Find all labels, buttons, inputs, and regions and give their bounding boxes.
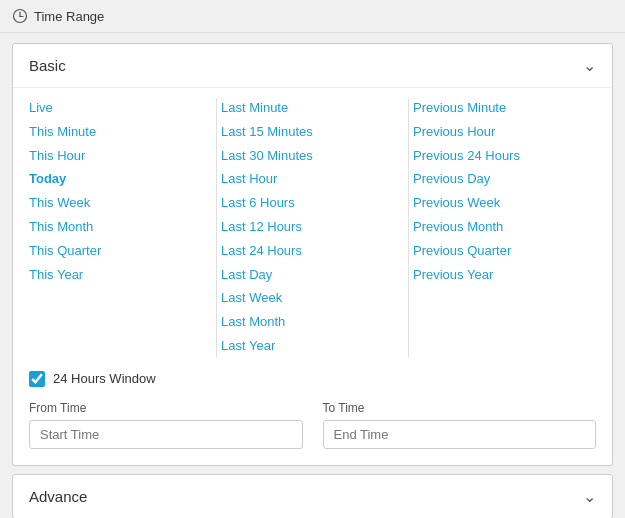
time-link-this-month[interactable]: This Month [29,217,202,238]
time-link-this-year[interactable]: This Year [29,265,202,286]
advance-section-label: Advance [29,488,87,505]
time-fields: From Time To Time [29,401,596,449]
time-link-last-month[interactable]: Last Month [221,312,394,333]
time-link-previous-day[interactable]: Previous Day [413,169,586,190]
time-link-last-day[interactable]: Last Day [221,265,394,286]
to-time-input[interactable] [323,420,597,449]
time-col-2: Last MinuteLast 15 MinutesLast 30 Minute… [221,98,404,357]
time-link-last-minute[interactable]: Last Minute [221,98,394,119]
to-time-label: To Time [323,401,597,415]
time-link-last-15-minutes[interactable]: Last 15 Minutes [221,122,394,143]
time-link-today[interactable]: Today [29,169,202,190]
time-link-last-24-hours[interactable]: Last 24 Hours [221,241,394,262]
time-columns: LiveThis MinuteThis HourTodayThis WeekTh… [29,98,596,357]
time-col-3: Previous MinutePrevious HourPrevious 24 … [413,98,596,357]
24-hours-window-label[interactable]: 24 Hours Window [53,371,156,386]
basic-section-header[interactable]: Basic ⌄ [13,44,612,87]
time-link-last-hour[interactable]: Last Hour [221,169,394,190]
main-content: Basic ⌄ LiveThis MinuteThis HourTodayThi… [0,33,625,518]
advance-section: Advance ⌄ [12,474,613,518]
basic-section-body: LiveThis MinuteThis HourTodayThis WeekTh… [13,87,612,465]
time-link-previous-month[interactable]: Previous Month [413,217,586,238]
time-link-previous-hour[interactable]: Previous Hour [413,122,586,143]
time-link-previous-24-hours[interactable]: Previous 24 Hours [413,146,586,167]
time-link-this-hour[interactable]: This Hour [29,146,202,167]
time-link-last-12-hours[interactable]: Last 12 Hours [221,217,394,238]
clock-icon [12,8,28,24]
time-link-previous-week[interactable]: Previous Week [413,193,586,214]
time-link-last-year[interactable]: Last Year [221,336,394,357]
page-container: Time Range Basic ⌄ LiveThis MinuteThis H… [0,0,625,518]
time-col-1: LiveThis MinuteThis HourTodayThis WeekTh… [29,98,212,357]
checkbox-row: 24 Hours Window [29,371,596,387]
time-link-this-minute[interactable]: This Minute [29,122,202,143]
time-link-previous-year[interactable]: Previous Year [413,265,586,286]
advance-chevron-icon: ⌄ [583,487,596,506]
basic-chevron-icon: ⌄ [583,56,596,75]
col-divider-2 [408,98,409,357]
from-time-label: From Time [29,401,303,415]
time-link-live[interactable]: Live [29,98,202,119]
advance-section-header[interactable]: Advance ⌄ [13,475,612,518]
to-time-group: To Time [323,401,597,449]
time-link-last-week[interactable]: Last Week [221,288,394,309]
basic-section-label: Basic [29,57,66,74]
time-link-this-quarter[interactable]: This Quarter [29,241,202,262]
header-title: Time Range [34,9,104,24]
col-divider-1 [216,98,217,357]
header-bar: Time Range [0,0,625,33]
basic-section: Basic ⌄ LiveThis MinuteThis HourTodayThi… [12,43,613,466]
24-hours-window-checkbox[interactable] [29,371,45,387]
time-link-previous-quarter[interactable]: Previous Quarter [413,241,586,262]
from-time-input[interactable] [29,420,303,449]
time-link-previous-minute[interactable]: Previous Minute [413,98,586,119]
time-link-this-week[interactable]: This Week [29,193,202,214]
time-link-last-30-minutes[interactable]: Last 30 Minutes [221,146,394,167]
time-link-last-6-hours[interactable]: Last 6 Hours [221,193,394,214]
from-time-group: From Time [29,401,303,449]
